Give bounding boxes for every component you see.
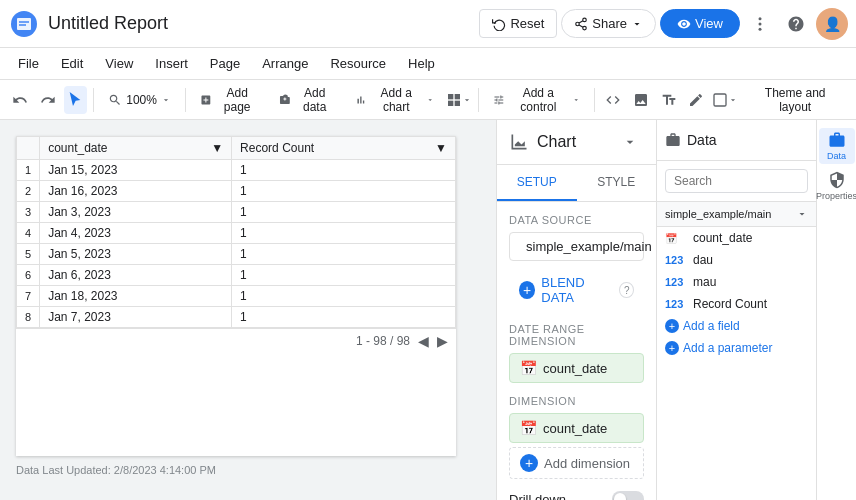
blend-plus-icon[interactable]: + — [519, 281, 535, 299]
menu-file[interactable]: File — [8, 52, 49, 75]
svg-rect-12 — [448, 94, 453, 99]
data-sidebar-search — [657, 161, 816, 202]
field-count-date[interactable]: 📅 count_date — [657, 227, 816, 249]
draw-line-button[interactable] — [685, 86, 709, 114]
svg-point-11 — [759, 27, 762, 30]
toolbar-separator-4 — [594, 88, 595, 112]
select-tool[interactable] — [64, 86, 88, 114]
table-body: 1Jan 15, 202312Jan 16, 202313Jan 3, 2023… — [17, 160, 456, 328]
add-field-link[interactable]: + Add a field — [657, 315, 816, 337]
chart-tabs: SETUP STYLE — [497, 165, 656, 202]
chart-panel-header: Chart — [497, 120, 656, 165]
add-dimension-icon: + — [520, 454, 538, 472]
drill-down-section: Drill down — [509, 491, 644, 500]
image-button[interactable] — [629, 86, 653, 114]
svg-point-10 — [759, 22, 762, 25]
zoom-button[interactable]: 100% — [100, 89, 179, 111]
date-range-field[interactable]: 📅 count_date — [509, 353, 644, 383]
table-row: 8Jan 7, 20231 — [17, 307, 456, 328]
menu-arrange[interactable]: Arrange — [252, 52, 318, 75]
redo-button[interactable] — [36, 86, 60, 114]
col-header-count[interactable]: Record Count▼ — [232, 137, 456, 160]
theme-layout-button[interactable]: Theme and layout — [742, 82, 848, 118]
dimension-field[interactable]: 📅 count_date — [509, 413, 644, 443]
col-header-date[interactable]: count_date▼ — [40, 137, 232, 160]
data-icon-label: Data — [827, 151, 846, 161]
canvas-footer: Data Last Updated: 2/8/2023 4:14:00 PM — [16, 464, 480, 476]
blend-data-row[interactable]: + BLEND DATA ? — [509, 269, 644, 311]
add-chart-button[interactable]: Add a chart — [347, 82, 442, 118]
svg-rect-14 — [448, 100, 453, 105]
help-button[interactable] — [780, 8, 812, 40]
add-param-icon: + — [665, 341, 679, 355]
tab-style[interactable]: STYLE — [577, 165, 657, 201]
icons-sidebar: Data Properties — [816, 120, 856, 500]
chart-options-button[interactable] — [446, 86, 472, 114]
data-source-section: Data source simple_example/main + BLEND … — [509, 214, 644, 311]
next-page-button[interactable]: ▶ — [437, 333, 448, 349]
document-title[interactable]: Untitled Report — [48, 13, 471, 34]
prev-page-button[interactable]: ◀ — [418, 333, 429, 349]
dimension-label: Dimension — [509, 395, 644, 407]
toolbar-separator-2 — [185, 88, 186, 112]
table-row: 3Jan 3, 20231 — [17, 202, 456, 223]
drill-down-toggle[interactable] — [612, 491, 644, 500]
svg-point-5 — [576, 22, 580, 26]
user-avatar[interactable]: 👤 — [816, 8, 848, 40]
canvas[interactable]: count_date▼ Record Count▼ 1Jan 15, 20231… — [16, 136, 456, 456]
table-row: 2Jan 16, 20231 — [17, 181, 456, 202]
chart-panel: Chart SETUP STYLE Data source simple_exa… — [497, 120, 656, 500]
menu-insert[interactable]: Insert — [145, 52, 198, 75]
share-button[interactable]: Share — [561, 9, 656, 38]
data-panel-button[interactable]: Data — [819, 128, 855, 164]
svg-rect-13 — [455, 94, 460, 99]
menu-page[interactable]: Page — [200, 52, 250, 75]
menu-view[interactable]: View — [95, 52, 143, 75]
add-data-button[interactable]: Add data — [271, 82, 343, 118]
blend-info-icon[interactable]: ? — [619, 282, 634, 298]
shape-button[interactable] — [712, 86, 738, 114]
toolbar: 100% Add page Add data Add a chart Add a… — [0, 80, 856, 120]
svg-rect-15 — [455, 100, 460, 105]
chart-panel-collapse[interactable] — [616, 128, 644, 156]
menu-resource[interactable]: Resource — [320, 52, 396, 75]
undo-button[interactable] — [8, 86, 32, 114]
menu-bar: File Edit View Insert Page Arrange Resou… — [0, 48, 856, 80]
app-logo — [8, 8, 40, 40]
add-page-button[interactable]: Add page — [192, 82, 267, 118]
svg-line-7 — [579, 24, 583, 26]
add-dimension-button[interactable]: + Add dimension — [509, 447, 644, 479]
view-button[interactable]: View — [660, 9, 740, 38]
toolbar-separator-1 — [93, 88, 94, 112]
search-input[interactable] — [665, 169, 808, 193]
add-control-button[interactable]: Add a control — [485, 82, 588, 118]
data-sidebar: Data simple_example/main 📅 count_date 12… — [656, 120, 816, 500]
table-row: 7Jan 18, 20231 — [17, 286, 456, 307]
svg-rect-16 — [714, 94, 726, 106]
main-layout: count_date▼ Record Count▼ 1Jan 15, 20231… — [0, 120, 856, 500]
reset-button[interactable]: Reset — [479, 9, 557, 38]
tab-setup[interactable]: SETUP — [497, 165, 577, 201]
svg-rect-1 — [17, 18, 31, 30]
svg-point-9 — [759, 17, 762, 20]
field-mau[interactable]: 123 mau — [657, 271, 816, 293]
top-right-actions: Reset Share View 👤 — [479, 8, 848, 40]
data-source-name: simple_example/main — [657, 202, 816, 227]
data-table: count_date▼ Record Count▼ 1Jan 15, 20231… — [16, 136, 456, 328]
properties-panel-button[interactable]: Properties — [819, 168, 855, 204]
data-source-label: Data source — [509, 214, 644, 226]
data-source-row[interactable]: simple_example/main — [509, 232, 644, 261]
row-number-header — [17, 137, 40, 160]
text-box-button[interactable] — [657, 86, 681, 114]
more-options-button[interactable] — [744, 8, 776, 40]
drill-down-label: Drill down — [509, 492, 566, 501]
menu-help[interactable]: Help — [398, 52, 445, 75]
field-record-count[interactable]: 123 Record Count — [657, 293, 816, 315]
table-pagination: 1 - 98 / 98 ◀ ▶ — [16, 328, 456, 353]
table-container: count_date▼ Record Count▼ 1Jan 15, 20231… — [16, 136, 456, 353]
add-parameter-link[interactable]: + Add a parameter — [657, 337, 816, 359]
menu-edit[interactable]: Edit — [51, 52, 93, 75]
code-button[interactable] — [601, 86, 625, 114]
field-dau[interactable]: 123 dau — [657, 249, 816, 271]
svg-point-6 — [583, 26, 587, 30]
